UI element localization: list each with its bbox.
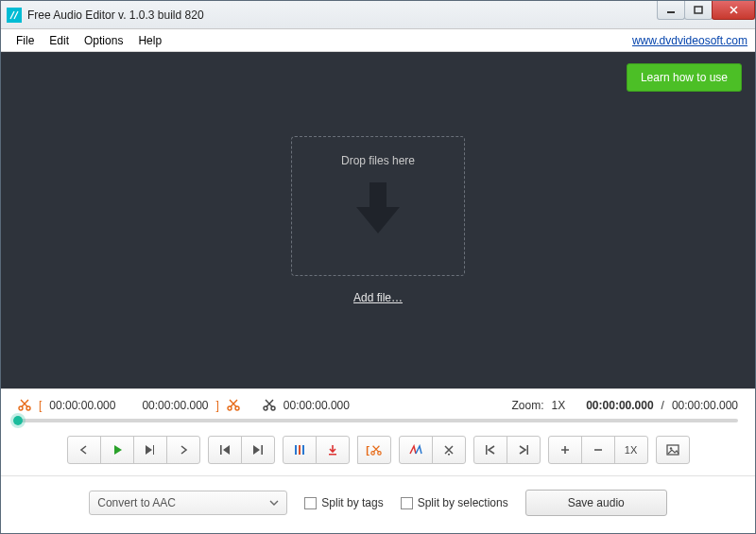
- arrow-down-icon: [352, 179, 404, 239]
- selection-end-time: 00:00:00.000: [142, 399, 208, 412]
- cut-position-time: 00:00:00.000: [284, 399, 350, 412]
- maximize-icon: [694, 6, 703, 15]
- play-button[interactable]: [100, 436, 134, 464]
- playhead-time: 00:00:00.000: [586, 399, 653, 412]
- minimize-button[interactable]: [657, 1, 685, 20]
- crop-delete-button[interactable]: [432, 436, 466, 464]
- minus-icon: [593, 444, 604, 456]
- play-selection-button[interactable]: [133, 436, 167, 464]
- svg-rect-11: [295, 445, 297, 455]
- arrow-right-icon: [178, 444, 189, 456]
- svg-rect-10: [261, 445, 263, 455]
- time-separator: /: [662, 399, 664, 412]
- svg-rect-13: [302, 445, 304, 455]
- menu-help[interactable]: Help: [130, 31, 169, 50]
- arrow-left-icon: [78, 444, 90, 456]
- to-start-icon: [484, 444, 497, 456]
- scissors-cut-icon: [263, 398, 276, 414]
- plus-icon: [559, 444, 571, 456]
- svg-rect-17: [448, 454, 450, 456]
- bracket-open-icon: [: [366, 444, 369, 456]
- split-by-selections-label: Split by selections: [418, 496, 508, 509]
- zoom-reset-button[interactable]: 1X: [614, 436, 648, 464]
- bracket-close-icon: ]: [216, 399, 219, 412]
- scissors-start-icon: [18, 398, 31, 414]
- site-link[interactable]: www.dvdvideosoft.com: [632, 34, 747, 47]
- bracket-open-icon: [: [39, 399, 42, 412]
- split-by-tags-option[interactable]: Split by tags: [304, 496, 383, 509]
- close-button[interactable]: [712, 1, 755, 20]
- zoom-reset-label: 1X: [625, 444, 637, 456]
- slider-thumb[interactable]: [13, 416, 23, 425]
- step-back-button[interactable]: [67, 436, 101, 464]
- skip-end-icon: [251, 444, 265, 456]
- chevron-down-icon: [269, 500, 279, 506]
- step-forward-button[interactable]: [166, 436, 200, 464]
- timeline-slider-row: [1, 419, 755, 428]
- selection-to-start-button[interactable]: [473, 436, 507, 464]
- snapshot-button[interactable]: [656, 436, 690, 464]
- add-file-link[interactable]: Add file…: [353, 291, 403, 304]
- total-duration: 00:00:00.000: [672, 399, 738, 412]
- zoom-value: 1X: [552, 399, 566, 412]
- split-by-tags-label: Split by tags: [321, 496, 383, 509]
- svg-rect-14: [329, 454, 336, 456]
- timeline-slider[interactable]: [18, 419, 738, 422]
- titlebar: Free Audio Editor v. 1.0.3 build 820: [1, 1, 755, 29]
- selection-start-time: 00:00:00.000: [49, 399, 115, 412]
- svg-rect-0: [667, 11, 675, 13]
- play-range-icon: [144, 444, 157, 456]
- menu-file[interactable]: File: [9, 31, 42, 50]
- zoom-out-button[interactable]: [581, 436, 615, 464]
- goto-start-button[interactable]: [208, 436, 242, 464]
- markers-button[interactable]: [283, 436, 317, 464]
- svg-rect-9: [220, 445, 222, 455]
- crop-keep-button[interactable]: [399, 436, 433, 464]
- format-select-label: Convert to AAC: [97, 496, 176, 509]
- split-by-selections-option[interactable]: Split by selections: [401, 496, 508, 509]
- svg-rect-12: [299, 445, 301, 455]
- to-end-icon: [517, 444, 530, 456]
- svg-rect-1: [695, 7, 702, 13]
- window-title: Free Audio Editor v. 1.0.3 build 820: [27, 9, 658, 22]
- checkbox-icon: [401, 497, 413, 509]
- checkbox-icon: [304, 497, 317, 509]
- dropzone-label: Drop files here: [341, 154, 415, 167]
- minimize-icon: [666, 6, 676, 15]
- timeline-info: [ 00:00:00.000 00:00:00.000 ] 00:00:00.0…: [1, 388, 755, 419]
- trim-selection-button[interactable]: [: [357, 436, 391, 464]
- window-controls: [658, 1, 755, 28]
- save-audio-button[interactable]: Save audio: [525, 490, 667, 516]
- menubar: File Edit Options Help www.dvdvideosoft.…: [1, 29, 755, 52]
- close-icon: [729, 5, 739, 15]
- crop-keep-icon: [408, 444, 423, 456]
- scissors-end-icon: [227, 398, 240, 414]
- crop-delete-icon: [441, 444, 456, 456]
- skip-start-icon: [218, 444, 232, 456]
- image-icon: [666, 444, 679, 456]
- app-icon: [7, 8, 22, 23]
- learn-how-button[interactable]: Learn how to use: [627, 63, 742, 92]
- zoom-label: Zoom:: [511, 399, 543, 412]
- maximize-button[interactable]: [684, 1, 713, 20]
- bottom-bar: Convert to AAC Split by tags Split by se…: [1, 476, 755, 533]
- scissors-icon: [370, 444, 382, 456]
- dropzone[interactable]: Drop files here: [291, 136, 465, 276]
- app-window: Free Audio Editor v. 1.0.3 build 820 Fil…: [0, 0, 756, 534]
- selection-to-end-button[interactable]: [507, 436, 541, 464]
- svg-rect-8: [153, 445, 154, 455]
- transport-toolbar: [: [1, 428, 755, 476]
- menu-options[interactable]: Options: [77, 31, 130, 50]
- format-select[interactable]: Convert to AAC: [89, 491, 287, 515]
- svg-rect-18: [486, 445, 488, 455]
- workspace: Learn how to use Drop files here Add fil…: [1, 52, 755, 388]
- play-icon: [112, 444, 123, 456]
- zoom-in-button[interactable]: [548, 436, 582, 464]
- goto-end-button[interactable]: [241, 436, 275, 464]
- menu-edit[interactable]: Edit: [42, 31, 77, 50]
- svg-rect-19: [526, 445, 528, 455]
- download-marker-button[interactable]: [316, 436, 350, 464]
- markers-icon: [293, 444, 306, 456]
- download-icon: [327, 444, 338, 456]
